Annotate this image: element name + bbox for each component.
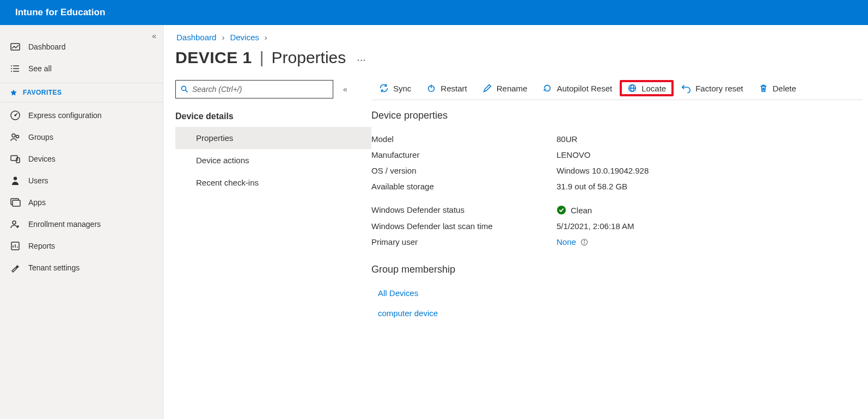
device-properties-header: Device properties <box>371 110 863 121</box>
sidebar-item-devices[interactable]: Devices <box>0 148 163 170</box>
sidebar-item-label: Users <box>28 176 48 185</box>
undo-icon <box>681 83 691 93</box>
property-row-defender-status: Windows Defender status Clean <box>371 202 863 218</box>
star-icon <box>10 89 17 96</box>
sidebar-item-label: Apps <box>28 198 46 207</box>
svg-point-8 <box>15 115 16 116</box>
device-details-pane: « Device details Properties Device actio… <box>175 80 371 419</box>
autopilot-reset-button[interactable]: Autopilot Reset <box>535 80 620 96</box>
app-title: Intune for Education <box>15 7 105 18</box>
dashboard-icon <box>10 41 21 52</box>
device-details-header: Device details <box>175 108 371 127</box>
chevron-right-icon: › <box>222 33 224 42</box>
wrench-icon <box>10 262 21 273</box>
search-icon <box>180 85 189 94</box>
more-actions-button[interactable]: ··· <box>357 53 366 66</box>
group-link-all-devices[interactable]: All Devices <box>371 283 863 303</box>
locate-button[interactable]: Locate <box>620 80 674 96</box>
action-toolbar: Sync Restart Rename Autopilot Reset <box>371 80 863 100</box>
svg-rect-15 <box>13 200 20 206</box>
property-row-os: OS / version Windows 10.0.19042.928 <box>371 163 863 178</box>
sync-icon <box>379 83 389 93</box>
edit-icon <box>482 83 492 93</box>
list-icon <box>10 63 21 74</box>
device-name: DEVICE 1 <box>175 48 252 67</box>
sidebar-item-label: Express configuration <box>28 111 102 120</box>
sidebar-item-apps[interactable]: Apps <box>0 192 163 213</box>
sidebar-item-label: Devices <box>28 155 56 163</box>
trash-icon <box>759 83 768 93</box>
property-row-primary-user: Primary user None <box>371 234 863 250</box>
apps-icon <box>10 197 21 208</box>
sidebar-item-express-configuration[interactable]: Express configuration <box>0 104 163 126</box>
device-details-actions[interactable]: Device actions <box>175 149 371 171</box>
svg-point-10 <box>16 135 19 138</box>
power-icon <box>426 83 436 93</box>
restart-button[interactable]: Restart <box>419 80 474 96</box>
sidebar-item-label: Reports <box>28 242 55 250</box>
favorites-header: FAVORITES <box>0 83 163 102</box>
svg-point-18 <box>181 86 186 90</box>
device-details-checkins[interactable]: Recent check-ins <box>175 171 371 194</box>
sidebar-item-users[interactable]: Users <box>0 170 163 192</box>
reports-icon <box>10 241 21 251</box>
sidebar-item-dashboard[interactable]: Dashboard <box>0 36 163 58</box>
sidebar-item-groups[interactable]: Groups <box>0 126 163 148</box>
breadcrumb-devices[interactable]: Devices <box>230 33 259 42</box>
search-box[interactable] <box>175 80 333 98</box>
property-row-manufacturer: Manufacturer LENOVO <box>371 147 863 163</box>
sidebar-item-tenant-settings[interactable]: Tenant settings <box>0 257 163 279</box>
primary-user-link[interactable]: None <box>557 237 576 247</box>
property-row-model: Model 80UR <box>371 131 863 147</box>
info-icon[interactable] <box>580 238 588 246</box>
chevron-right-icon: › <box>265 33 267 42</box>
group-link-computer-device[interactable]: computer device <box>371 303 863 323</box>
sidebar: « Dashboard See all FAVORITES Express co… <box>0 25 163 419</box>
gauge-icon <box>10 110 21 121</box>
globe-icon <box>627 83 637 93</box>
main-content: Dashboard › Devices › DEVICE 1 | Propert… <box>163 25 868 419</box>
breadcrumb-dashboard[interactable]: Dashboard <box>176 33 216 42</box>
svg-point-9 <box>12 134 15 137</box>
factory-reset-button[interactable]: Factory reset <box>674 80 751 96</box>
checkmark-circle-icon <box>557 205 566 215</box>
breadcrumb: Dashboard › Devices › <box>175 33 868 42</box>
devices-icon <box>10 153 21 164</box>
collapse-pane-icon[interactable]: « <box>343 85 347 94</box>
sidebar-item-label: Groups <box>28 133 53 141</box>
sidebar-item-reports[interactable]: Reports <box>0 235 163 257</box>
page-title: DEVICE 1 | Properties ··· <box>175 48 868 67</box>
sidebar-item-see-all[interactable]: See all <box>0 58 163 79</box>
sidebar-item-enrollment-managers[interactable]: Enrollment managers <box>0 213 163 235</box>
sidebar-item-label: Tenant settings <box>28 263 80 272</box>
sync-button[interactable]: Sync <box>371 80 419 96</box>
collapse-sidebar-icon[interactable]: « <box>152 32 156 40</box>
group-membership-header: Group membership <box>371 264 863 275</box>
property-row-storage: Available storage 31.9 out of 58.2 GB <box>371 178 863 194</box>
delete-button[interactable]: Delete <box>751 80 804 96</box>
search-input[interactable] <box>192 85 328 94</box>
svg-point-27 <box>557 206 566 214</box>
svg-line-19 <box>186 90 188 93</box>
people-icon <box>10 132 21 143</box>
svg-point-16 <box>13 221 16 224</box>
device-details-properties[interactable]: Properties <box>175 127 371 149</box>
properties-pane: Sync Restart Rename Autopilot Reset <box>371 80 868 419</box>
reset-icon <box>542 83 552 93</box>
sidebar-item-label: Enrollment managers <box>28 220 101 229</box>
svg-point-30 <box>584 240 584 241</box>
sidebar-item-label: Dashboard <box>28 42 66 51</box>
page-subtitle: Properties <box>272 48 346 67</box>
sidebar-item-label: See all <box>28 64 52 73</box>
user-icon <box>10 175 21 186</box>
rename-button[interactable]: Rename <box>475 80 535 96</box>
person-add-icon <box>10 219 21 230</box>
svg-point-13 <box>14 177 17 180</box>
property-row-defender-scan: Windows Defender last scan time 5/1/2021… <box>371 218 863 234</box>
top-bar: Intune for Education <box>0 0 868 25</box>
